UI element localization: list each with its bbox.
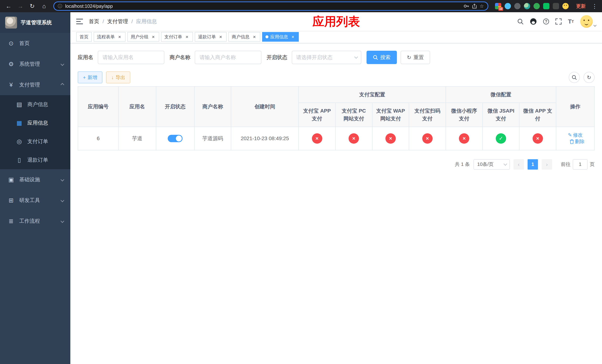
fullscreen-icon[interactable]	[555, 18, 562, 25]
sidebar-logo-row[interactable]: 芋道管理系统	[0, 12, 70, 33]
sidebar-item-home[interactable]: ⊙ 首页	[0, 33, 70, 54]
cell-alipay-app: ×	[299, 127, 335, 150]
browser-back-button[interactable]: ←	[4, 1, 13, 11]
toggle-search-button[interactable]	[569, 72, 580, 83]
delete-link[interactable]: 删除	[570, 138, 585, 145]
tab-pay-order[interactable]: 支付订单 ×	[161, 32, 193, 42]
infrastructure-icon: ▣	[7, 176, 16, 183]
breadcrumb: 首页 支付管理 应用信息	[89, 18, 157, 25]
browser-menu-icon[interactable]: ⋮	[591, 3, 598, 10]
page-size-select[interactable]: 10条/页	[473, 159, 510, 170]
next-page-button[interactable]: ›	[542, 159, 552, 170]
url-text[interactable]: localhost:1024/pay/app	[65, 3, 461, 9]
sidebar-item-infrastructure[interactable]: ▣ 基础设施	[0, 169, 70, 190]
current-page-button[interactable]: 1	[527, 159, 538, 170]
cross-icon: ×	[349, 133, 359, 144]
tab-label: 首页	[80, 34, 88, 40]
trash-icon	[570, 139, 574, 144]
refresh-icon: ↻	[587, 75, 591, 81]
browser-forward-button[interactable]: →	[16, 1, 25, 11]
close-icon[interactable]: ×	[290, 34, 295, 39]
payment-submenu: ▤ 商户信息 ▦ 应用信息 ◎ 支付订单 ▯ 退款订单	[0, 95, 70, 169]
status-label: 开启状态	[267, 54, 287, 61]
col-app-id: 应用编号	[78, 86, 118, 127]
sidebar-item-label: 首页	[19, 40, 30, 47]
cell-alipay-pc: ×	[335, 127, 372, 150]
workflow-icon: ≣	[7, 218, 16, 225]
share-icon[interactable]	[472, 4, 477, 9]
close-icon[interactable]: ×	[184, 34, 190, 39]
breadcrumb-payment[interactable]: 支付管理	[107, 18, 136, 25]
status-toggle[interactable]	[168, 135, 183, 142]
user-avatar[interactable]	[580, 15, 596, 28]
col-alipay-scan: 支付宝扫码支付	[409, 103, 446, 127]
sidebar-item-merchant-info[interactable]: ▤ 商户信息	[0, 95, 70, 114]
check-icon: ✓	[496, 133, 506, 144]
export-button-label: 导出	[116, 74, 125, 81]
tab-merchant-info[interactable]: 商户信息 ×	[228, 32, 260, 42]
col-group-wechat: 微信配置	[446, 86, 556, 103]
tab-label: 流程表单	[97, 34, 115, 40]
extension-icon-7[interactable]	[553, 3, 559, 9]
export-button[interactable]: ↓ 导出	[106, 72, 130, 83]
goto-unit-label: 页	[590, 161, 595, 168]
tab-home[interactable]: 首页	[76, 32, 92, 42]
tab-refund-order[interactable]: 退款订单 ×	[195, 32, 226, 42]
github-icon[interactable]	[530, 18, 537, 25]
extensions-tray: 10	[493, 3, 571, 9]
extension-icon-5[interactable]	[534, 3, 540, 9]
sidebar-item-refund-order[interactable]: ▯ 退款订单	[0, 151, 70, 169]
font-size-icon[interactable]: TT	[568, 18, 574, 25]
refresh-table-button[interactable]: ↻	[583, 72, 595, 83]
browser-update-button[interactable]: 更新	[573, 2, 589, 11]
prev-page-button[interactable]: ‹	[514, 159, 524, 170]
goto-page-input[interactable]	[573, 159, 588, 170]
sidebar-item-workflow[interactable]: ≣ 工作流程	[0, 211, 70, 231]
extension-icon-2[interactable]	[505, 3, 511, 9]
tab-process-form[interactable]: 流程表单 ×	[94, 32, 126, 42]
cell-wechat-app: ×	[519, 127, 556, 150]
app-name-input[interactable]	[98, 51, 164, 64]
browser-home-button[interactable]: ⌂	[39, 1, 49, 11]
search-icon[interactable]	[517, 18, 524, 25]
close-icon[interactable]: ×	[117, 34, 122, 39]
extension-icon-8[interactable]	[562, 3, 569, 9]
bookmark-star-icon[interactable]: ☆	[480, 3, 484, 9]
sidebar-toggle-icon[interactable]	[76, 19, 83, 24]
password-key-icon[interactable]	[464, 4, 469, 8]
add-button[interactable]: + 新增	[78, 72, 102, 83]
sidebar-item-app-info[interactable]: ▦ 应用信息	[0, 114, 70, 132]
sidebar-item-pay-order[interactable]: ◎ 支付订单	[0, 132, 70, 151]
col-alipay-pc: 支付宝 PC 网站支付	[335, 103, 372, 127]
chevron-down-icon	[354, 55, 358, 59]
search-button[interactable]: 搜索	[366, 51, 397, 64]
col-wechat-jsapi: 微信 JSAPI 支付	[483, 103, 519, 127]
sidebar-item-devtools[interactable]: ⊞ 研发工具	[0, 190, 70, 211]
close-icon[interactable]: ×	[151, 34, 156, 39]
tab-user-group[interactable]: 用户分组 ×	[127, 32, 159, 42]
breadcrumb-current: 应用信息	[136, 18, 157, 25]
extension-icon-3[interactable]	[514, 3, 521, 9]
extension-icon-4[interactable]	[524, 3, 530, 9]
help-icon[interactable]: ?	[543, 19, 549, 24]
tab-app-info[interactable]: 应用信息 ×	[262, 32, 299, 42]
browser-reload-button[interactable]: ↻	[27, 1, 37, 11]
refresh-icon: ↻	[407, 54, 411, 61]
filter-form: 应用名 商户名称 开启状态 请选择开启状态 搜索 ↻ 重置	[78, 51, 595, 64]
breadcrumb-home[interactable]: 首页	[89, 18, 107, 25]
extension-icon-1[interactable]: 10	[495, 3, 501, 9]
close-icon[interactable]: ×	[252, 34, 257, 39]
refund-doc-icon: ▯	[15, 156, 24, 163]
close-icon[interactable]: ×	[218, 34, 223, 39]
page-info-icon[interactable]: ⓘ	[58, 3, 62, 9]
reset-button[interactable]: ↻ 重置	[401, 51, 430, 64]
merchant-name-input[interactable]	[195, 51, 261, 64]
address-bar[interactable]: ⓘ localhost:1024/pay/app ☆	[53, 1, 488, 11]
tab-label: 退款订单	[198, 34, 216, 40]
edit-link[interactable]: ✎ 修改	[568, 132, 583, 138]
sidebar-item-system[interactable]: ⚙ 系统管理	[0, 54, 70, 75]
status-select[interactable]: 请选择开启状态	[292, 51, 361, 64]
sidebar-item-payment[interactable]: ¥ 支付管理	[0, 75, 70, 95]
navbar-actions: ? TT	[517, 15, 596, 28]
extension-icon-6[interactable]	[543, 3, 549, 9]
